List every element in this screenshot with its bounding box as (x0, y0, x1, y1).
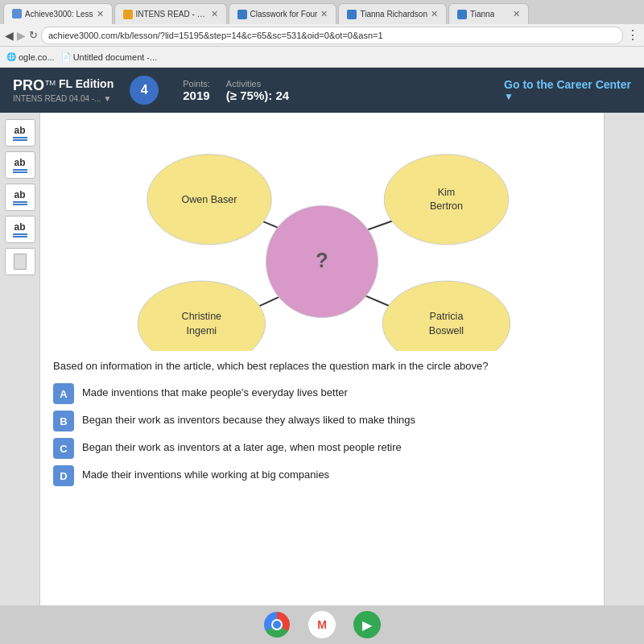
play-icon: ▶ (353, 611, 381, 638)
toolbar-line (13, 139, 27, 141)
toolbar-btn-1[interactable]: ab (5, 119, 35, 147)
tab-close-icon[interactable]: ✕ (97, 9, 104, 19)
option-letter-c: C (53, 438, 74, 459)
toolbar-btn-4[interactable]: ab (5, 216, 35, 243)
toolbar-line (13, 233, 27, 235)
christine-ingemi-label-line1: Christine (182, 311, 222, 322)
bookmark-untitled[interactable]: 📄 Untitled document -... (61, 52, 158, 62)
activities-stat: Activities (≥ 75%): 24 (226, 79, 289, 102)
toolbar-btn-5[interactable] (5, 248, 35, 275)
question-text: Based on information in the article, whi… (53, 359, 591, 374)
tab-classwork[interactable]: Classwork for Four ✕ (229, 3, 337, 24)
toolbar-line (13, 236, 27, 237)
toolbar-lines-4 (13, 233, 27, 237)
toolbar-lines-3 (13, 201, 27, 205)
chrome-icon-button[interactable] (262, 610, 291, 639)
christine-ingemi-label-line2: Ingemi (187, 325, 217, 336)
tab-label-5: Tianna (470, 10, 494, 19)
tab-close-icon-2[interactable]: ✕ (211, 9, 218, 19)
bookmark-google[interactable]: 🌐 ogle.co... (6, 52, 55, 62)
tab-label-2: INTENS READ - 04: (136, 10, 208, 19)
tab-intens-read[interactable]: INTENS READ - 04: ✕ (114, 3, 227, 24)
tab-close-icon-4[interactable]: ✕ (431, 9, 438, 19)
kim-bertron-label-line2: Bertron (430, 200, 463, 212)
address-bar-row: ◀ ▶ ↻ ⋮ (0, 24, 644, 47)
address-input[interactable] (41, 27, 623, 44)
refresh-button[interactable]: ↻ (29, 29, 38, 41)
toolbar-line (13, 171, 27, 173)
tab-bar: Achieve3000: Less ✕ INTENS READ - 04: ✕ … (0, 0, 644, 24)
activities-value: (≥ 75%): 24 (226, 89, 289, 102)
back-button[interactable]: ◀ (5, 29, 14, 42)
bookmark-doc-icon: 📄 (61, 52, 71, 61)
tab-favicon-2 (123, 10, 133, 19)
forward-button[interactable]: ▶ (17, 29, 26, 42)
option-c-letter: C (60, 443, 67, 455)
toolbar-btn-2[interactable]: ab (5, 151, 35, 179)
tab-label-3: Classwork for Four (250, 10, 318, 19)
menu-button[interactable]: ⋮ (626, 27, 639, 43)
tab-close-icon-3[interactable]: ✕ (320, 9, 328, 19)
kim-bertron-label-line1: Kim (438, 187, 456, 198)
pro-label: PRO (13, 77, 44, 94)
tab-close-icon-5[interactable]: ✕ (513, 9, 520, 19)
tab-tianna2[interactable]: Tianna ✕ (448, 3, 529, 24)
left-toolbar: ab ab ab ab (0, 113, 40, 605)
tab-tianna[interactable]: Tianna Richardson ✕ (338, 3, 447, 24)
answer-option-c[interactable]: C Began their work as inventors at a lat… (53, 438, 591, 459)
gmail-icon: M (308, 611, 336, 638)
career-center-button[interactable]: Go to the Career Center ▼ (504, 78, 631, 103)
tab-favicon-3 (237, 10, 247, 19)
pro-tm-label: TM (45, 79, 56, 87)
bookmark-icon: 🌐 (6, 52, 16, 61)
tab-label: Achieve3000: Less (25, 10, 93, 19)
toolbar-lines-1 (13, 137, 27, 141)
option-letter-a: A (53, 383, 74, 404)
owen-baser-label: Owen Baser (181, 194, 237, 205)
badge-number: 4 (141, 83, 148, 97)
toolbar-ab-icon-4: ab (14, 221, 25, 233)
answer-option-d[interactable]: D Made their inventions while working at… (53, 465, 591, 486)
toolbar-line (13, 204, 27, 205)
option-d-text: Made their inventions while working at b… (82, 465, 329, 482)
patricia-boswell-label-line2: Boswell (429, 325, 464, 336)
option-a-text: Made inventions that make people's every… (82, 383, 348, 400)
career-chevron-icon: ▼ (504, 91, 514, 102)
activity-chevron-icon[interactable]: ▼ (103, 94, 111, 103)
app-header: PRO TM FL Edition INTENS READ 04.04 -...… (0, 68, 644, 113)
pro-logo: PRO TM FL Edition INTENS READ 04.04 -...… (13, 77, 114, 103)
option-letter-b: B (53, 411, 74, 431)
play-icon-button[interactable]: ▶ (353, 610, 382, 639)
header-stats: Points: 2019 Activities (≥ 75%): 24 (183, 79, 289, 102)
tab-favicon (12, 9, 22, 19)
shield-badge: 4 (130, 76, 159, 105)
chrome-inner-circle (271, 619, 283, 630)
tab-achieve3000[interactable]: Achieve3000: Less ✕ (3, 3, 113, 24)
toolbar-btn-3[interactable]: ab (5, 184, 35, 211)
toolbar-lines-2 (13, 169, 27, 173)
option-c-text: Began their work as inventors at a later… (82, 438, 402, 455)
toolbar-line (13, 201, 27, 203)
tab-favicon-5 (457, 10, 467, 19)
right-panel-content (608, 119, 641, 126)
points-stat: Points: 2019 (183, 79, 210, 102)
points-value: 2019 (183, 89, 210, 102)
content-panel: ? Owen Baser Kim Bertron Christine Ingem… (40, 113, 604, 605)
toolbar-line (13, 137, 27, 138)
option-d-letter: D (60, 470, 67, 482)
kim-bertron-node (384, 155, 508, 245)
bookmark-untitled-label: Untitled document -... (73, 52, 158, 62)
bookmarks-bar: 🌐 ogle.co... 📄 Untitled document -... (0, 47, 644, 68)
option-a-letter: A (60, 388, 67, 400)
toolbar-doc-icon (14, 254, 27, 270)
gmail-icon-button[interactable]: M (308, 610, 336, 639)
answer-option-a[interactable]: A Made inventions that make people's eve… (53, 383, 591, 404)
center-question-mark: ? (316, 249, 328, 271)
career-center-label: Go to the Career Center (504, 78, 631, 92)
diagram-svg: ? Owen Baser Kim Bertron Christine Ingem… (53, 126, 591, 351)
activities-label: Activities (226, 79, 289, 89)
bookmark-label: ogle.co... (19, 52, 55, 62)
toolbar-line (13, 169, 27, 171)
answer-option-b[interactable]: B Began their work as inventors because … (53, 411, 591, 431)
patricia-boswell-label-line1: Patricia (430, 311, 464, 322)
